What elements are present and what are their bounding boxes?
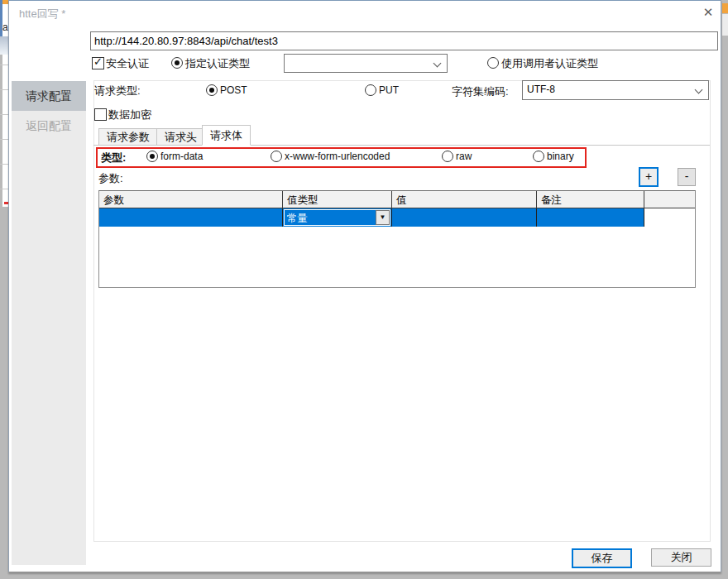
tab-request-body[interactable]: 请求体: [202, 125, 251, 146]
binary-label: binary: [547, 151, 574, 162]
urlencoded-radio[interactable]: [271, 151, 282, 162]
data-encrypt-label: 数据加密: [108, 108, 151, 122]
caller-auth-type-radio[interactable]: [487, 57, 499, 69]
tab-request-params[interactable]: 请求参数: [98, 128, 158, 146]
request-type-label: 请求类型:: [94, 84, 141, 98]
chevron-down-icon: [695, 86, 703, 94]
close-button[interactable]: 关闭: [651, 548, 711, 567]
raw-radio[interactable]: [442, 151, 453, 162]
remove-param-button[interactable]: -: [678, 168, 696, 186]
sidebar-item-response-config[interactable]: 返回配置: [12, 111, 86, 141]
background-grid-line: [0, 114, 8, 115]
specify-auth-type-radio[interactable]: [171, 57, 183, 69]
value-type-select[interactable]: 常量 ▼: [284, 209, 390, 226]
cell-value[interactable]: [392, 208, 537, 227]
urlencoded-label: x-www-form-urlencoded: [285, 151, 390, 162]
table-header-row: 参数 值类型 值 备注: [99, 191, 695, 208]
post-radio[interactable]: [206, 84, 218, 96]
put-radio[interactable]: [365, 84, 376, 96]
add-param-button[interactable]: +: [639, 167, 659, 187]
background-grid-line: [0, 189, 8, 189]
column-header-value[interactable]: 值: [392, 191, 537, 208]
charset-value: UTF-8: [527, 84, 555, 95]
tab-request-headers[interactable]: 请求头: [156, 128, 205, 146]
put-label: PUT: [379, 84, 399, 96]
secure-auth-checkbox[interactable]: [92, 57, 104, 69]
value-type-value: 常量: [287, 212, 308, 226]
column-header-param[interactable]: 参数: [99, 191, 283, 208]
chevron-down-icon: [433, 60, 442, 68]
background-grid-line: [0, 164, 8, 165]
caller-auth-type-label: 使用调用者认证类型: [501, 56, 598, 71]
cell-value-type[interactable]: 常量 ▼: [283, 208, 392, 227]
address-input[interactable]: http://144.20.80.97:8843/api/chat/test3: [90, 31, 718, 50]
background-window-titlebar-right: [722, 3, 728, 13]
body-type-label: 类型:: [101, 151, 126, 165]
specify-auth-type-label: 指定认证类型: [185, 56, 250, 71]
params-table: 参数 值类型 值 备注 常量 ▼: [98, 190, 696, 288]
background-grid-line: [0, 89, 8, 90]
sidebar: 请求配置 返回配置: [12, 81, 86, 565]
table-row[interactable]: 常量 ▼: [99, 208, 695, 227]
form-data-label: form-data: [160, 151, 203, 162]
background-window-right: [722, 13, 728, 36]
dialog-title: htte回写 *: [19, 7, 65, 22]
secure-auth-label: 安全认证: [106, 56, 149, 71]
column-header-filler: [644, 191, 695, 208]
background-window-body: [2, 4, 8, 207]
column-header-value-type[interactable]: 值类型: [283, 191, 392, 208]
params-label: 参数:: [98, 171, 123, 186]
post-label: POST: [220, 84, 247, 96]
cell-filler: [644, 208, 695, 227]
cell-param[interactable]: [99, 208, 283, 227]
charset-label: 字符集编码:: [452, 84, 509, 99]
dropdown-arrow-icon[interactable]: ▼: [376, 210, 390, 225]
sidebar-item-request-config[interactable]: 请求配置: [12, 81, 86, 111]
auth-type-select[interactable]: [284, 54, 448, 73]
raw-label: raw: [456, 151, 472, 162]
charset-select[interactable]: UTF-8: [522, 80, 709, 100]
save-button[interactable]: 保存: [572, 548, 632, 568]
cell-remark[interactable]: [537, 208, 644, 227]
http-writeback-dialog: htte回写 * ✕ 地址: http://144.20.80.97:8843/…: [8, 0, 721, 572]
form-data-radio[interactable]: [146, 151, 158, 162]
background-window-text: a: [2, 22, 8, 33]
data-encrypt-checkbox[interactable]: [94, 108, 107, 121]
close-icon[interactable]: ✕: [699, 4, 717, 21]
tab-strip: 请求参数 请求头 请求体: [93, 126, 710, 146]
column-header-remark[interactable]: 备注: [537, 191, 644, 208]
background-grid-line: [0, 139, 8, 140]
background-grid-line: [0, 65, 8, 65]
binary-radio[interactable]: [533, 151, 544, 162]
background-window-header-cell: [0, 36, 8, 55]
